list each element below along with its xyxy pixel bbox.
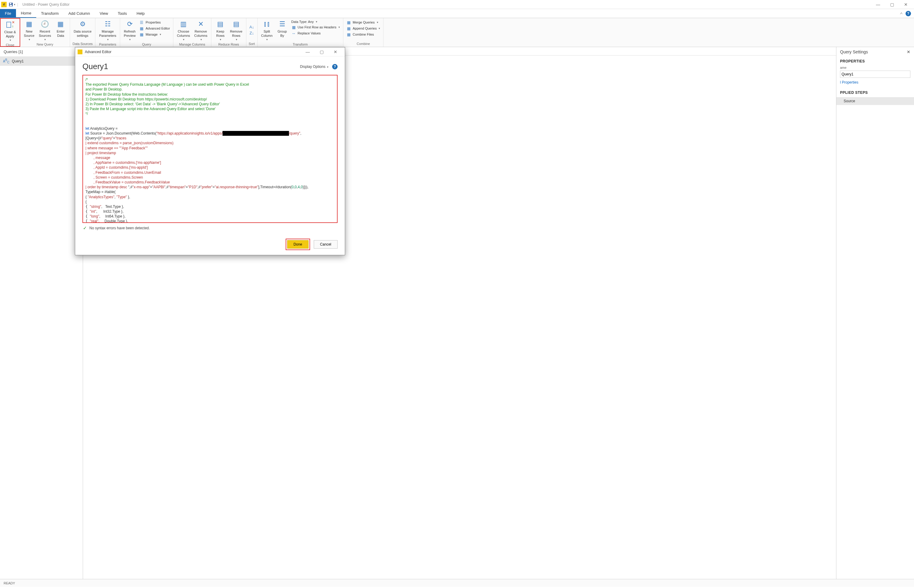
ribbon-group-manage-columns: ▥Choose Columns▾ ✕Remove Columns▾ Manage… xyxy=(173,18,211,47)
recent-sources-icon: 🕘 xyxy=(40,19,50,29)
dialog-close-button[interactable]: ✕ xyxy=(329,47,342,57)
dialog-minimize-button[interactable]: — xyxy=(301,47,314,57)
close-apply-icon: ✕↑ xyxy=(5,20,15,29)
keep-rows-button[interactable]: ▤Keep Rows▾ xyxy=(213,19,228,42)
ribbon-group-transform: ⫿⫿Split Column▾ ☰Group By Data Type: Any… xyxy=(258,18,343,47)
all-properties-link[interactable]: l Properties xyxy=(836,80,914,88)
applied-steps-heading: PPLIED STEPS xyxy=(836,88,914,97)
dialog-titlebar: Advanced Editor — ▢ ✕ xyxy=(75,47,345,57)
queries-header: Queries [1] xyxy=(0,47,83,57)
headers-icon: ▦ xyxy=(292,25,296,29)
cancel-button[interactable]: Cancel xyxy=(314,240,337,249)
ribbon-group-data-sources: ⚙Data source settings Data Sources xyxy=(70,18,96,47)
maximize-button[interactable]: ▢ xyxy=(885,0,899,9)
remove-columns-button[interactable]: ✕Remove Columns▾ xyxy=(192,19,209,42)
save-icon[interactable] xyxy=(8,2,13,7)
enter-data-icon: ▦ xyxy=(56,19,65,29)
close-window-button[interactable]: ✕ xyxy=(899,0,913,9)
close-settings-icon[interactable]: ✕ xyxy=(907,50,911,54)
dialog-maximize-button[interactable]: ▢ xyxy=(314,47,329,57)
ribbon-label-manage-columns: Manage Columns xyxy=(175,42,209,47)
remove-rows-icon: ▤ xyxy=(231,19,241,29)
ribbon-group-new-query: ▦New Source▾ 🕘Recent Sources▾ ▦Enter Dat… xyxy=(20,18,70,47)
first-row-headers-button[interactable]: ▦Use First Row as Headers▾ xyxy=(290,24,341,30)
tab-home[interactable]: Home xyxy=(16,9,36,18)
properties-icon: ☰ xyxy=(139,20,144,25)
done-button[interactable]: Done xyxy=(287,240,309,249)
data-source-settings-button[interactable]: ⚙Data source settings xyxy=(72,19,93,39)
svg-text:↑: ↑ xyxy=(12,24,14,29)
merge-icon: ▦ xyxy=(346,20,351,25)
enter-data-button[interactable]: ▦Enter Data xyxy=(53,19,68,39)
recent-sources-button[interactable]: 🕘Recent Sources▾ xyxy=(37,19,53,42)
remove-rows-button[interactable]: ▤Remove Rows▾ xyxy=(228,19,244,42)
manage-parameters-button[interactable]: ☷Manage Parameters▾ xyxy=(97,19,118,42)
data-source-icon: ⚙ xyxy=(78,19,88,29)
ribbon-group-reduce-rows: ▤Keep Rows▾ ▤Remove Rows▾ Reduce Rows xyxy=(211,18,246,47)
new-source-button[interactable]: ▦New Source▾ xyxy=(22,19,37,42)
minimize-button[interactable]: — xyxy=(871,0,885,9)
ribbon-group-combine: ▦Merge Queries▾ ▦Append Queries▾ ▦Combin… xyxy=(343,18,384,47)
ribbon-collapse-icon[interactable]: ㅅ xyxy=(899,11,903,16)
svg-rect-2 xyxy=(10,5,12,6)
keep-rows-icon: ▤ xyxy=(216,19,225,29)
ribbon-group-close: ✕↑ Close & Apply▾ Close xyxy=(0,18,20,47)
advanced-editor-button[interactable]: ▦Advanced Editor xyxy=(138,26,171,31)
replace-icon: ↔ xyxy=(292,31,296,36)
display-options-button[interactable]: Display Options ▾ xyxy=(300,65,329,69)
tab-view[interactable]: View xyxy=(95,9,113,18)
tab-add-column[interactable]: Add Column xyxy=(63,9,95,18)
manage-button[interactable]: ▦Manage▾ xyxy=(138,32,171,37)
split-column-button[interactable]: ⫿⫿Split Column▾ xyxy=(259,19,274,42)
group-icon: ☰ xyxy=(277,19,287,29)
status-bar: READY xyxy=(0,579,914,587)
sort-asc-button[interactable]: A↓ xyxy=(248,24,256,30)
properties-button[interactable]: ☰Properties xyxy=(138,19,171,25)
choose-columns-button[interactable]: ▥Choose Columns▾ xyxy=(175,19,192,42)
svg-rect-3 xyxy=(6,22,11,27)
qat-dropdown-icon[interactable]: ▾ xyxy=(14,3,15,6)
new-source-icon: ▦ xyxy=(24,19,34,29)
sort-desc-button[interactable]: Z↓ xyxy=(248,31,256,36)
append-icon: ▦ xyxy=(346,26,351,31)
close-apply-button[interactable]: ✕↑ Close & Apply▾ xyxy=(2,19,18,42)
tab-file[interactable]: File xyxy=(0,9,16,18)
ribbon-group-query: ⟳Refresh Preview▾ ☰Properties ▦Advanced … xyxy=(120,18,173,47)
properties-heading: PROPERTIES xyxy=(836,57,914,66)
title-bar: ıl ▾ | Untitled - Power Query Editor — ▢… xyxy=(0,0,914,9)
queries-pane: Queries [1] ABC Query1 xyxy=(0,47,83,579)
query-item[interactable]: ABC Query1 xyxy=(0,57,83,66)
check-icon: ✓ xyxy=(83,225,87,231)
parameters-icon: ☷ xyxy=(103,19,113,29)
status-text: READY xyxy=(3,582,15,585)
code-editor[interactable]: /* The exported Power Query Formula Lang… xyxy=(83,75,337,223)
ribbon-group-sort: A↓ Z↓ Sort xyxy=(246,18,258,47)
tab-tools[interactable]: Tools xyxy=(113,9,132,18)
replace-values-button[interactable]: ↔Replace Values xyxy=(290,31,341,36)
window-title: Untitled - Power Query Editor xyxy=(22,2,70,6)
query-name-input[interactable] xyxy=(840,71,911,78)
sort-asc-icon: A↓ xyxy=(250,25,254,29)
help-icon[interactable]: ? xyxy=(906,11,911,16)
tab-help[interactable]: Help xyxy=(132,9,149,18)
app-icon: ıl xyxy=(1,2,6,7)
settings-title: Query Settings xyxy=(840,50,868,54)
svg-rect-1 xyxy=(10,3,11,4)
choose-columns-icon: ▥ xyxy=(179,19,188,29)
advanced-editor-dialog: Advanced Editor — ▢ ✕ Query1 Display Opt… xyxy=(75,47,345,255)
group-by-button[interactable]: ☰Group By xyxy=(275,19,290,39)
applied-step-source[interactable]: Source xyxy=(836,97,914,105)
ribbon-label-reduce-rows: Reduce Rows xyxy=(213,42,244,47)
query-settings-pane: Query Settings✕ PROPERTIES ame l Propert… xyxy=(836,47,914,579)
append-queries-button[interactable]: ▦Append Queries▾ xyxy=(345,26,382,31)
query-type-icon: ABC xyxy=(3,58,9,64)
tab-transform[interactable]: Transform xyxy=(36,9,64,18)
dialog-app-icon xyxy=(78,50,83,54)
data-type-button[interactable]: Data Type: Any▾ xyxy=(290,19,341,24)
dialog-query-name: Query1 xyxy=(83,62,108,71)
menu-bar: File Home Transform Add Column View Tool… xyxy=(0,9,914,18)
merge-queries-button[interactable]: ▦Merge Queries▾ xyxy=(345,19,382,25)
dialog-help-icon[interactable]: ? xyxy=(332,64,337,69)
refresh-preview-button[interactable]: ⟳Refresh Preview▾ xyxy=(122,19,138,42)
combine-files-button[interactable]: ▦Combine Files xyxy=(345,32,382,37)
